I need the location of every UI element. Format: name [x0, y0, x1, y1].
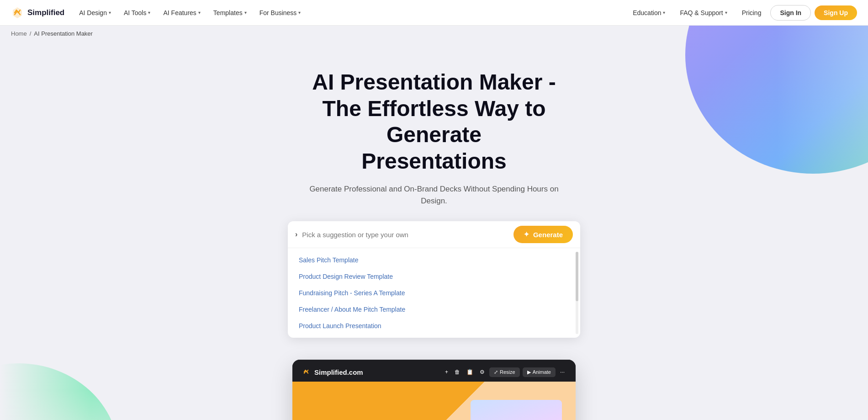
chevron-down-icon: ▾: [663, 10, 665, 15]
preview-header: Simplified.com + 🗑 📋 ⚙ ⤢ Resize ▶ Animat…: [292, 360, 576, 382]
toolbar-animate-button[interactable]: ▶ Animate: [523, 367, 556, 377]
preview-canvas: [292, 382, 576, 420]
preview-gradient: [471, 400, 562, 420]
search-input[interactable]: [302, 231, 509, 239]
toolbar-copy-icon[interactable]: 📋: [465, 367, 475, 377]
nav-item-pricing[interactable]: Pricing: [736, 6, 767, 19]
preview-slide-content: [471, 400, 562, 420]
nav-item-education[interactable]: Education ▾: [627, 6, 671, 19]
toolbar-settings-icon[interactable]: ⚙: [478, 367, 487, 377]
nav-item-templates[interactable]: Templates ▾: [208, 6, 252, 19]
nav-item-ai-design[interactable]: AI Design ▾: [74, 6, 116, 19]
chevron-down-icon: ▾: [109, 10, 111, 15]
suggestion-item[interactable]: Fundraising Pitch - Series A Template: [288, 285, 580, 301]
nav-right: Education ▾ FAQ & Support ▾ Pricing Sign…: [627, 5, 857, 21]
preview-container: Simplified.com + 🗑 📋 ⚙ ⤢ Resize ▶ Animat…: [292, 360, 576, 420]
toolbar-add-icon[interactable]: +: [443, 367, 450, 377]
nav-item-ai-tools[interactable]: AI Tools ▾: [118, 6, 156, 19]
search-container: › ✦ Generate Sales Pitch Template Produc…: [288, 221, 580, 338]
signup-button[interactable]: Sign Up: [815, 5, 857, 20]
preview-logo-text: Simplified.com: [314, 368, 363, 376]
chevron-down-icon: ▾: [725, 10, 727, 15]
hero-title: AI Presentation Maker - The Effortless W…: [274, 69, 594, 174]
hero-subtitle: Generate Professional and On-Brand Decks…: [297, 183, 571, 207]
toolbar-more-icon[interactable]: ···: [558, 367, 566, 377]
preview-toolbar: + 🗑 📋 ⚙ ⤢ Resize ▶ Animate ···: [368, 367, 566, 377]
nav-item-for-business[interactable]: For Business ▾: [254, 6, 307, 19]
scrollbar-track[interactable]: [576, 252, 578, 334]
nav-item-ai-features[interactable]: AI Features ▾: [158, 6, 206, 19]
scrollbar-thumb: [576, 252, 578, 301]
chevron-down-icon: ▾: [148, 10, 150, 15]
suggestion-item[interactable]: Product Design Review Template: [288, 268, 580, 285]
suggestion-item[interactable]: Sales Pitch Template: [288, 252, 580, 268]
nav-item-faq[interactable]: FAQ & Support ▾: [674, 6, 732, 19]
suggestion-item[interactable]: Freelancer / About Me Pitch Template: [288, 301, 580, 318]
logo-text: Simplified: [27, 8, 64, 17]
navbar: Simplified AI Design ▾ AI Tools ▾ AI Fea…: [0, 0, 868, 26]
preview-logo-icon: [302, 367, 311, 377]
search-row: › ✦ Generate: [288, 221, 580, 248]
suggestions-list: Sales Pitch Template Product Design Revi…: [288, 248, 580, 338]
toolbar-resize-button[interactable]: ⤢ Resize: [489, 367, 520, 377]
breadcrumb-current: AI Presentation Maker: [34, 30, 93, 37]
logo[interactable]: Simplified: [11, 6, 64, 19]
breadcrumb: Home / AI Presentation Maker: [0, 26, 868, 42]
chevron-down-icon: ▾: [298, 10, 301, 15]
generate-button[interactable]: ✦ Generate: [513, 226, 573, 243]
toolbar-delete-icon[interactable]: 🗑: [453, 367, 462, 377]
main-content: AI Presentation Maker - The Effortless W…: [0, 42, 868, 420]
chevron-down-icon: ▾: [198, 10, 201, 15]
search-expand-icon: ›: [295, 230, 297, 239]
signin-button[interactable]: Sign In: [770, 5, 811, 21]
chevron-down-icon: ▾: [244, 10, 247, 15]
preview-logo: Simplified.com: [302, 367, 363, 377]
logo-icon: [11, 6, 24, 19]
generate-icon: ✦: [524, 230, 529, 239]
breadcrumb-home[interactable]: Home: [11, 30, 27, 37]
breadcrumb-separator: /: [30, 30, 32, 37]
suggestion-item[interactable]: Product Launch Presentation: [288, 318, 580, 334]
